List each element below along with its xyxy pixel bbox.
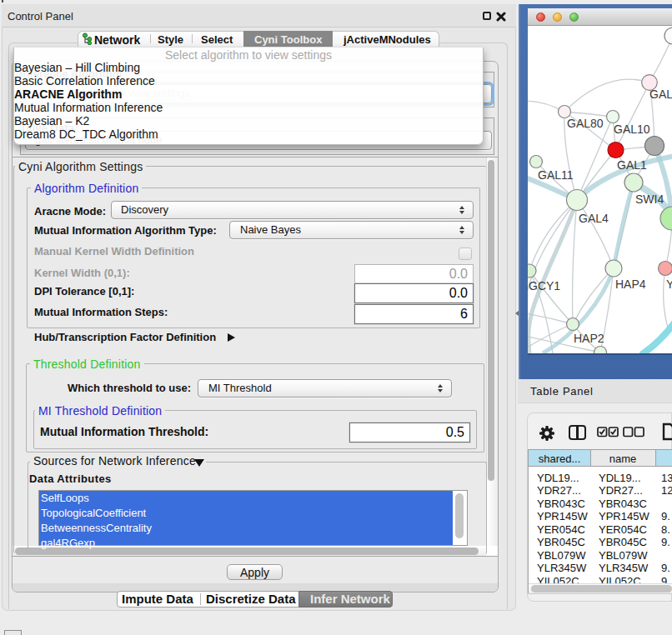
svg-text:GAL11: GAL11	[538, 168, 574, 182]
svg-text:GAL4: GAL4	[579, 212, 609, 225]
svg-text:GAL1: GAL1	[617, 158, 647, 172]
svg-text:SWI4: SWI4	[635, 192, 664, 206]
svg-text:GCY1: GCY1	[529, 279, 560, 292]
svg-text:GAL: GAL	[649, 88, 672, 101]
svg-text:GAL10: GAL10	[614, 122, 650, 136]
svg-text:HAP4: HAP4	[615, 278, 646, 291]
svg-text:GAL80: GAL80	[567, 117, 604, 130]
svg-text:Y: Y	[666, 278, 672, 291]
svg-text:HAP2: HAP2	[574, 332, 604, 345]
